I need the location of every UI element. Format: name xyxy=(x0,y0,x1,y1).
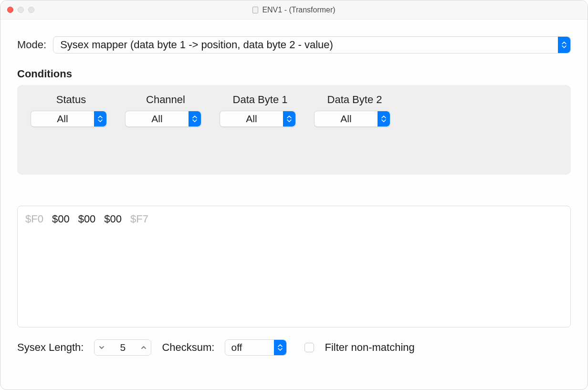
content-area: Mode: Sysex mapper (data byte 1 -> posit… xyxy=(0,20,588,365)
titlebar: ENV1 - (Transformer) xyxy=(0,0,588,20)
sysex-byte: $F7 xyxy=(130,213,148,225)
sysex-byte: $00 xyxy=(78,213,96,225)
updown-icon xyxy=(378,111,390,126)
conditions-row: Status All Channel All xyxy=(31,94,557,127)
filter-non-matching-label: Filter non-matching xyxy=(325,341,414,354)
condition-channel-value: All xyxy=(126,113,189,125)
traffic-lights xyxy=(7,7,34,13)
window-title-text: ENV1 - (Transformer) xyxy=(262,6,335,14)
condition-channel-header: Channel xyxy=(125,94,206,106)
stepper-increment[interactable] xyxy=(138,345,149,350)
condition-status-header: Status xyxy=(31,94,112,106)
minimize-button[interactable] xyxy=(18,7,24,13)
sysex-bytes: $F0 $00 $00 $00 $F7 xyxy=(25,213,563,225)
sysex-byte: $00 xyxy=(104,213,122,225)
conditions-title: Conditions xyxy=(17,68,571,80)
sysex-editor[interactable]: $F0 $00 $00 $00 $F7 xyxy=(17,206,571,327)
sysex-length-value: 5 xyxy=(107,342,138,353)
condition-databyte1-col: Data Byte 1 All xyxy=(220,94,301,127)
condition-databyte2-value: All xyxy=(315,113,378,125)
condition-channel-col: Channel All xyxy=(125,94,206,127)
condition-status-col: Status All xyxy=(31,94,112,127)
chevron-down-icon xyxy=(99,345,105,350)
sysex-byte: $00 xyxy=(52,213,70,225)
updown-icon xyxy=(283,111,295,126)
updown-icon xyxy=(189,111,201,126)
window: ENV1 - (Transformer) Mode: Sysex mapper … xyxy=(0,0,588,390)
mode-label: Mode: xyxy=(17,39,46,51)
filter-non-matching-checkbox[interactable] xyxy=(304,343,314,352)
stepper-decrement[interactable] xyxy=(96,345,107,350)
condition-databyte2-select[interactable]: All xyxy=(314,111,390,127)
maximize-button[interactable] xyxy=(28,7,34,13)
condition-databyte2-header: Data Byte 2 xyxy=(314,94,395,106)
condition-channel-select[interactable]: All xyxy=(125,111,201,127)
bottom-row: Sysex Length: 5 Checksum: off Filter xyxy=(17,339,571,356)
condition-status-value: All xyxy=(31,113,94,125)
mode-select-value: Sysex mapper (data byte 1 -> position, d… xyxy=(53,39,558,51)
close-button[interactable] xyxy=(7,7,13,13)
updown-icon xyxy=(558,37,570,53)
condition-databyte1-header: Data Byte 1 xyxy=(220,94,301,106)
conditions-box: Status All Channel All xyxy=(17,85,571,175)
mode-select[interactable]: Sysex mapper (data byte 1 -> position, d… xyxy=(53,36,571,53)
window-title: ENV1 - (Transformer) xyxy=(0,6,588,14)
checksum-label: Checksum: xyxy=(162,341,214,354)
mode-row: Mode: Sysex mapper (data byte 1 -> posit… xyxy=(17,36,571,53)
updown-icon xyxy=(94,111,106,126)
condition-databyte1-value: All xyxy=(220,113,283,125)
document-icon xyxy=(252,7,258,13)
checksum-value: off xyxy=(225,342,274,353)
chevron-up-icon xyxy=(141,345,147,350)
condition-status-select[interactable]: All xyxy=(31,111,107,127)
sysex-length-label: Sysex Length: xyxy=(17,341,84,354)
sysex-length-stepper[interactable]: 5 xyxy=(94,339,151,356)
condition-databyte1-select[interactable]: All xyxy=(220,111,296,127)
condition-databyte2-col: Data Byte 2 All xyxy=(314,94,395,127)
checksum-select[interactable]: off xyxy=(225,339,287,356)
sysex-byte: $F0 xyxy=(25,213,43,225)
updown-icon xyxy=(274,340,286,355)
